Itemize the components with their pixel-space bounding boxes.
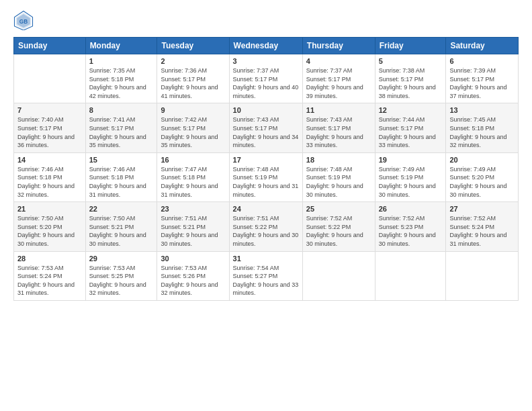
day-number: 6 [449,57,515,65]
day-info: Sunrise: 7:36 AMSunset: 5:17 PMDaylight:… [161,66,225,100]
calendar-cell: 23Sunrise: 7:51 AMSunset: 5:21 PMDayligh… [157,202,229,251]
col-header-thursday: Thursday [302,38,375,54]
page: GB SundayMondayTuesdayWednesdayThursdayF… [0,0,532,411]
calendar-week-1: 7Sunrise: 7:40 AMSunset: 5:17 PMDaylight… [14,103,519,152]
day-number: 13 [449,106,515,114]
day-number: 23 [161,205,225,213]
day-info: Sunrise: 7:53 AMSunset: 5:24 PMDaylight:… [17,264,82,298]
day-number: 11 [306,106,371,114]
col-header-tuesday: Tuesday [157,38,229,54]
calendar-cell [302,251,375,300]
col-header-monday: Monday [85,38,157,54]
calendar-cell: 25Sunrise: 7:52 AMSunset: 5:22 PMDayligh… [302,202,375,251]
day-info: Sunrise: 7:48 AMSunset: 5:19 PMDaylight:… [306,165,371,199]
calendar-cell: 27Sunrise: 7:52 AMSunset: 5:24 PMDayligh… [446,202,519,251]
calendar-cell: 21Sunrise: 7:50 AMSunset: 5:20 PMDayligh… [14,202,86,251]
day-number: 25 [306,205,371,213]
calendar-cell: 18Sunrise: 7:48 AMSunset: 5:19 PMDayligh… [302,152,375,201]
day-info: Sunrise: 7:51 AMSunset: 5:22 PMDaylight:… [233,214,299,248]
day-number: 12 [379,106,443,114]
calendar-cell: 10Sunrise: 7:43 AMSunset: 5:17 PMDayligh… [229,103,302,152]
calendar-week-2: 14Sunrise: 7:46 AMSunset: 5:18 PMDayligh… [14,152,519,201]
day-number: 2 [161,57,225,65]
calendar-cell: 5Sunrise: 7:38 AMSunset: 5:17 PMDaylight… [375,54,446,103]
day-number: 21 [17,205,82,213]
calendar-week-0: 1Sunrise: 7:35 AMSunset: 5:18 PMDaylight… [14,54,519,103]
calendar-cell: 17Sunrise: 7:48 AMSunset: 5:19 PMDayligh… [229,152,302,201]
day-number: 19 [379,156,443,164]
calendar-cell: 4Sunrise: 7:37 AMSunset: 5:17 PMDaylight… [302,54,375,103]
calendar-cell: 13Sunrise: 7:45 AMSunset: 5:18 PMDayligh… [446,103,519,152]
calendar-cell [14,54,86,103]
calendar-cell: 2Sunrise: 7:36 AMSunset: 5:17 PMDaylight… [157,54,229,103]
day-info: Sunrise: 7:50 AMSunset: 5:21 PMDaylight:… [89,214,154,248]
day-info: Sunrise: 7:46 AMSunset: 5:18 PMDaylight:… [17,165,82,199]
calendar-cell: 15Sunrise: 7:46 AMSunset: 5:18 PMDayligh… [85,152,157,201]
day-info: Sunrise: 7:46 AMSunset: 5:18 PMDaylight:… [89,165,154,199]
calendar-cell: 31Sunrise: 7:54 AMSunset: 5:27 PMDayligh… [229,251,302,300]
day-info: Sunrise: 7:39 AMSunset: 5:17 PMDaylight:… [449,66,515,100]
day-info: Sunrise: 7:49 AMSunset: 5:20 PMDaylight:… [449,165,515,199]
calendar-cell: 3Sunrise: 7:37 AMSunset: 5:17 PMDaylight… [229,54,302,103]
day-info: Sunrise: 7:52 AMSunset: 5:22 PMDaylight:… [306,214,371,248]
day-number: 18 [306,156,371,164]
calendar-cell [446,251,519,300]
day-number: 1 [89,57,154,65]
day-info: Sunrise: 7:44 AMSunset: 5:17 PMDaylight:… [379,116,443,149]
calendar-week-3: 21Sunrise: 7:50 AMSunset: 5:20 PMDayligh… [14,202,519,251]
day-info: Sunrise: 7:53 AMSunset: 5:26 PMDaylight:… [161,264,225,298]
day-info: Sunrise: 7:48 AMSunset: 5:19 PMDaylight:… [233,165,299,199]
day-info: Sunrise: 7:38 AMSunset: 5:17 PMDaylight:… [379,66,443,100]
calendar-cell: 22Sunrise: 7:50 AMSunset: 5:21 PMDayligh… [85,202,157,251]
day-number: 10 [233,106,299,114]
day-info: Sunrise: 7:47 AMSunset: 5:18 PMDaylight:… [161,165,225,199]
calendar-cell: 11Sunrise: 7:43 AMSunset: 5:17 PMDayligh… [302,103,375,152]
day-info: Sunrise: 7:52 AMSunset: 5:24 PMDaylight:… [449,214,515,248]
day-number: 17 [233,156,299,164]
day-number: 5 [379,57,443,65]
calendar-cell: 14Sunrise: 7:46 AMSunset: 5:18 PMDayligh… [14,152,86,201]
calendar-cell: 1Sunrise: 7:35 AMSunset: 5:18 PMDaylight… [85,54,157,103]
calendar-cell: 19Sunrise: 7:49 AMSunset: 5:19 PMDayligh… [375,152,446,201]
day-number: 7 [17,106,82,114]
day-info: Sunrise: 7:53 AMSunset: 5:25 PMDaylight:… [89,264,154,298]
day-info: Sunrise: 7:35 AMSunset: 5:18 PMDaylight:… [89,66,154,100]
calendar-cell: 28Sunrise: 7:53 AMSunset: 5:24 PMDayligh… [14,251,86,300]
col-header-sunday: Sunday [14,38,86,54]
day-number: 9 [161,106,225,114]
day-info: Sunrise: 7:37 AMSunset: 5:17 PMDaylight:… [306,66,371,100]
day-number: 30 [161,255,225,263]
col-header-wednesday: Wednesday [229,38,302,54]
day-info: Sunrise: 7:37 AMSunset: 5:17 PMDaylight:… [233,66,299,100]
calendar-cell: 20Sunrise: 7:49 AMSunset: 5:20 PMDayligh… [446,152,519,201]
svg-text:GB: GB [19,19,28,25]
day-info: Sunrise: 7:43 AMSunset: 5:17 PMDaylight:… [233,116,299,149]
day-number: 14 [17,156,82,164]
day-number: 24 [233,205,299,213]
header: GB [13,10,519,30]
day-info: Sunrise: 7:40 AMSunset: 5:17 PMDaylight:… [17,116,82,149]
calendar-cell: 6Sunrise: 7:39 AMSunset: 5:17 PMDaylight… [446,54,519,103]
day-number: 15 [89,156,154,164]
calendar-cell: 16Sunrise: 7:47 AMSunset: 5:18 PMDayligh… [157,152,229,201]
logo-icon: GB [13,10,34,30]
day-info: Sunrise: 7:52 AMSunset: 5:23 PMDaylight:… [379,214,443,248]
calendar-cell: 9Sunrise: 7:42 AMSunset: 5:17 PMDaylight… [157,103,229,152]
day-info: Sunrise: 7:51 AMSunset: 5:21 PMDaylight:… [161,214,225,248]
day-info: Sunrise: 7:54 AMSunset: 5:27 PMDaylight:… [233,264,299,298]
day-info: Sunrise: 7:43 AMSunset: 5:17 PMDaylight:… [306,116,371,149]
col-header-friday: Friday [375,38,446,54]
day-number: 28 [17,255,82,263]
calendar-cell: 26Sunrise: 7:52 AMSunset: 5:23 PMDayligh… [375,202,446,251]
day-number: 3 [233,57,299,65]
calendar-table: SundayMondayTuesdayWednesdayThursdayFrid… [13,37,519,301]
day-number: 31 [233,255,299,263]
day-number: 26 [379,205,443,213]
logo: GB [13,10,36,30]
calendar-cell: 24Sunrise: 7:51 AMSunset: 5:22 PMDayligh… [229,202,302,251]
calendar-cell: 7Sunrise: 7:40 AMSunset: 5:17 PMDaylight… [14,103,86,152]
day-number: 4 [306,57,371,65]
day-number: 8 [89,106,154,114]
day-number: 22 [89,205,154,213]
day-info: Sunrise: 7:41 AMSunset: 5:17 PMDaylight:… [89,116,154,149]
